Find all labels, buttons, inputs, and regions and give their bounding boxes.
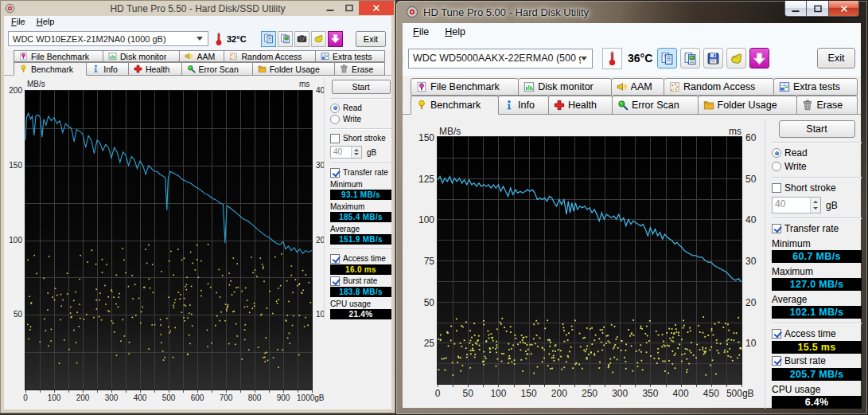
benchmark-plot	[438, 137, 741, 388]
copy-text-icon	[263, 33, 274, 44]
short-stroke-size-input[interactable]: 40	[330, 146, 362, 159]
write-radio[interactable]: Write	[772, 160, 862, 173]
x-axis-tick-label: 300	[612, 389, 628, 398]
exit-button[interactable]: Exit	[817, 48, 855, 69]
tab-aam[interactable]: AAM	[179, 50, 224, 62]
error-scan-icon	[617, 100, 629, 111]
drive-select[interactable]: WDC WD5000AAKX-22ERMA0 (500 gB)	[408, 49, 593, 69]
y-left-tick-label: 100	[414, 215, 434, 225]
short-stroke-size-row: 40 gB	[330, 146, 391, 159]
burst-rate-checkbox[interactable]: Burst rate	[772, 354, 862, 367]
start-button[interactable]: Start	[779, 120, 855, 138]
copy-image-button[interactable]	[680, 48, 700, 69]
tab-aam[interactable]: AAM	[611, 78, 664, 96]
options-button[interactable]	[311, 31, 326, 47]
tab-label: Erase	[816, 100, 843, 111]
y-left-tick-label: 75	[414, 256, 434, 266]
minimize-button[interactable]	[321, 1, 340, 15]
menu-file[interactable]: File	[407, 25, 434, 38]
save-results-button[interactable]	[749, 48, 769, 69]
write-radio[interactable]: Write	[330, 114, 391, 124]
transfer-rate-label: Transfer rate	[784, 223, 839, 234]
read-radio[interactable]: Read	[330, 103, 391, 113]
tab-erase[interactable]: Erase	[796, 96, 858, 115]
access-time-checkbox[interactable]: Access time	[330, 253, 391, 264]
checkbox-box	[330, 168, 340, 178]
tab-label: AAM	[631, 81, 652, 92]
save-button[interactable]	[703, 48, 723, 69]
close-icon	[840, 5, 848, 13]
tab-disk-monitor[interactable]: Disk monitor	[103, 50, 180, 62]
maximize-button[interactable]	[807, 1, 829, 17]
separator	[772, 217, 862, 219]
tab-row-top: File BenchmarkDisk monitorAAMRandom Acce…	[411, 78, 858, 96]
tab-row-bottom: BenchmarkInfoHealthError ScanFolder Usag…	[411, 96, 858, 115]
copy-image-icon	[280, 33, 290, 44]
tab-random-access[interactable]: Random Access	[664, 78, 774, 96]
extra-tests-icon	[779, 81, 790, 92]
tab-random-access[interactable]: Random Access	[224, 50, 315, 62]
tab-folder-usage[interactable]: Folder Usage	[252, 62, 335, 76]
checkbox-box	[772, 224, 781, 233]
transfer-rate-checkbox[interactable]: Transfer rate	[772, 222, 862, 235]
copy-text-button[interactable]	[657, 48, 677, 69]
spinner-arrows[interactable]	[810, 198, 820, 213]
menu-help[interactable]: Help	[31, 16, 60, 27]
tab-folder-usage[interactable]: Folder Usage	[698, 96, 798, 115]
save-results-button[interactable]	[328, 31, 343, 47]
copy-image-button[interactable]	[278, 31, 293, 47]
drive-select[interactable]: WDC WD10EZEX-21M2NA0 (1000 gB)	[8, 31, 208, 46]
tab-error-scan[interactable]: Error Scan	[181, 62, 253, 76]
burst-rate-checkbox[interactable]: Burst rate	[330, 276, 391, 286]
benchmark-icon	[416, 100, 427, 111]
tab-extra-tests[interactable]: Extra tests	[315, 50, 385, 62]
separator	[772, 323, 862, 324]
burst-rate-value: 183.8 MB/s	[330, 287, 391, 297]
short-stroke-checkbox[interactable]: Short stroke	[772, 182, 862, 194]
benchmark-chart: 1501251007550256050403020100501001502002…	[437, 136, 742, 385]
health-icon	[554, 100, 565, 111]
thermometer-box	[602, 48, 622, 69]
caption-buttons	[321, 1, 394, 15]
tab-health[interactable]: Health	[548, 96, 613, 115]
tab-health[interactable]: Health	[128, 62, 182, 76]
short-stroke-size-input[interactable]: 40	[772, 197, 821, 213]
screenshot-button[interactable]	[294, 31, 309, 47]
maximize-button[interactable]	[340, 1, 359, 15]
tab-benchmark[interactable]: Benchmark	[14, 62, 87, 76]
short-stroke-checkbox[interactable]: Short stroke	[330, 133, 391, 143]
tab-label: File Benchmark	[430, 81, 500, 92]
access-time-checkbox[interactable]: Access time	[772, 327, 862, 340]
menu-file[interactable]: File	[6, 16, 31, 27]
menu-help[interactable]: Help	[439, 25, 471, 38]
options-button[interactable]	[726, 48, 746, 69]
exit-button[interactable]: Exit	[356, 31, 386, 47]
close-button[interactable]	[829, 1, 859, 17]
benchmark-plot	[25, 91, 312, 393]
start-button[interactable]: Start	[332, 80, 391, 94]
tab-info[interactable]: Info	[86, 62, 129, 76]
save-icon	[706, 52, 720, 65]
transfer-rate-checkbox[interactable]: Transfer rate	[330, 167, 391, 178]
close-button[interactable]	[359, 1, 394, 15]
tab-label: Error Scan	[632, 100, 679, 111]
tab-label: Health	[568, 100, 597, 111]
save-results-icon	[330, 33, 341, 44]
minimize-button[interactable]	[784, 1, 807, 17]
tab-label: Info	[518, 100, 535, 111]
tab-file-benchmark[interactable]: File Benchmark	[411, 78, 519, 96]
tab-extra-tests[interactable]: Extra tests	[773, 78, 858, 96]
spinner-arrows[interactable]	[351, 147, 361, 158]
copy-text-button[interactable]	[261, 31, 276, 47]
tab-disk-monitor[interactable]: Disk monitor	[518, 78, 611, 96]
y-right-tick-label: 40	[745, 215, 756, 225]
read-radio[interactable]: Read	[772, 147, 862, 159]
tab-info[interactable]: Info	[498, 96, 549, 115]
separator	[330, 162, 391, 164]
tab-error-scan[interactable]: Error Scan	[612, 96, 699, 115]
tab-benchmark[interactable]: Benchmark	[411, 96, 499, 115]
short-stroke-size-row: 40 gB	[772, 197, 862, 213]
tab-file-benchmark[interactable]: File Benchmark	[14, 50, 103, 62]
tab-erase[interactable]: Erase	[334, 62, 385, 76]
tab-label: Disk monitor	[120, 52, 166, 61]
